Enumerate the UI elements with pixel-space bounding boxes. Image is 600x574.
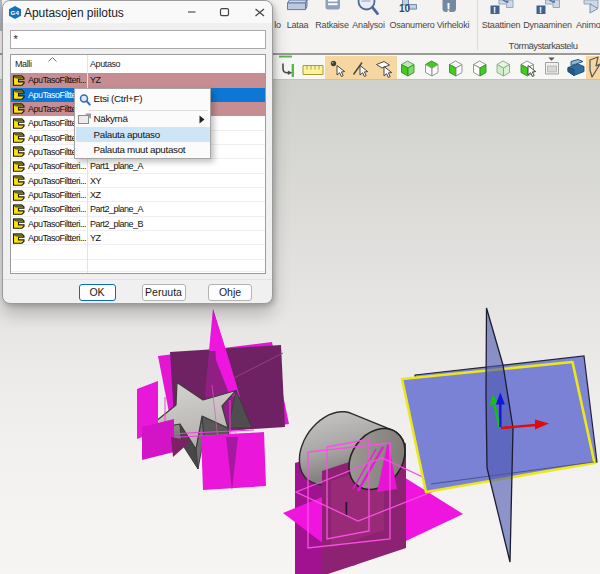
svg-text:!: ! [493,5,496,15]
svg-text:!: ! [446,0,450,15]
svg-text:!: ! [539,5,542,15]
svg-text:10: 10 [399,3,411,14]
svg-text:G4: G4 [10,9,19,16]
